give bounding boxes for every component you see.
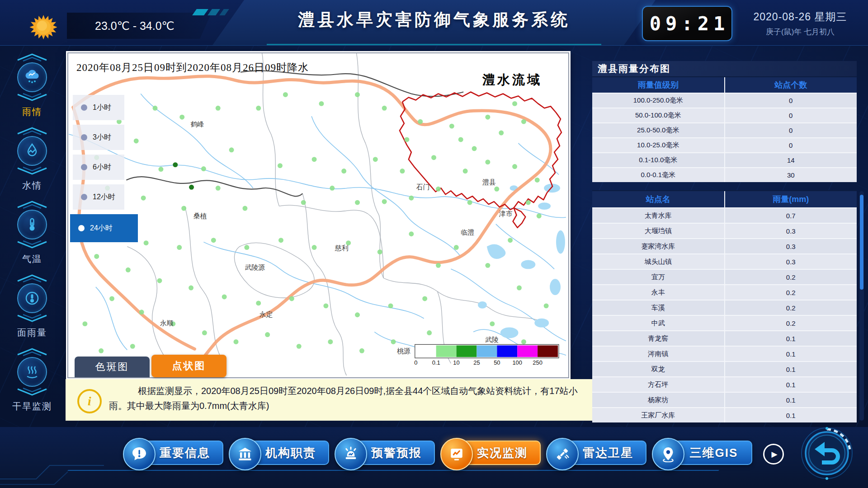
nav-label: 预警预报 — [371, 445, 422, 461]
table-cell: 太青水库 — [592, 207, 725, 223]
lunar-date-text: 庚子(鼠)年 七月初八 — [741, 27, 859, 37]
time-filter-12h[interactable]: 12小时 — [73, 184, 124, 210]
bottom-nav: 重要信息机构职责预警预报实况监测雷达卫星三维GIS — [0, 427, 868, 488]
svg-text:石门: 石门 — [416, 183, 430, 191]
table-cell: 25.0-50.0毫米 — [592, 122, 725, 137]
nav-agency-duty[interactable]: 机构职责 — [233, 441, 329, 465]
bank-icon — [229, 438, 261, 470]
monitor-chart-icon — [440, 438, 473, 470]
panel-title: 澧县雨量分布图 — [592, 61, 857, 76]
table-cell: 50.0-100.0毫米 — [592, 108, 725, 122]
svg-text:10: 10 — [453, 359, 459, 366]
column-header: 雨量值级别 — [592, 77, 725, 93]
radio-dot-icon — [81, 104, 87, 111]
sidebar-item-label: 雨情 — [22, 106, 42, 118]
svg-text:250: 250 — [533, 359, 542, 366]
date-block: 2020-08-26 星期三 庚子(鼠)年 七月初八 — [741, 10, 859, 37]
nav-label: 机构职责 — [265, 445, 316, 461]
sidebar-item-water[interactable]: 水情 — [0, 124, 64, 193]
table-cell: 0.2 — [725, 284, 857, 300]
station-row: 永丰0.2 — [592, 284, 857, 300]
table-cell: 0.1 — [725, 376, 857, 392]
sidebar-item-temperature[interactable]: 气温 — [0, 198, 64, 267]
nav-important-info[interactable]: 重要信息 — [127, 441, 223, 465]
svg-text:永定: 永定 — [259, 311, 273, 318]
nav-radar-satellite[interactable]: 雷达卫星 — [551, 441, 646, 465]
rain-level-row: 25.0-50.0毫米0 — [592, 122, 857, 137]
svg-text:桑植: 桑植 — [193, 212, 207, 220]
table-cell: 青龙窖 — [592, 330, 725, 346]
station-row: 青龙窖0.1 — [592, 330, 857, 346]
table-cell: 0.1 — [725, 392, 857, 407]
sidebar-item-area-rainfall[interactable]: 面雨量 — [0, 272, 64, 341]
time-filter-6h[interactable]: 6小时 — [73, 155, 124, 180]
table-cell: 0.2 — [725, 300, 857, 315]
sidebar-item-drought[interactable]: 干旱监测 — [0, 345, 64, 414]
filter-label: 12小时 — [93, 192, 115, 202]
table-cell: 0.7 — [725, 207, 857, 223]
monitoring-notice: i 根据监测显示，2020年08月25日09时至2020年08月26日09时,据… — [66, 379, 592, 421]
table-cell: 0.1 — [725, 407, 857, 422]
nav-gis-3d[interactable]: 三维GIS — [656, 441, 752, 465]
header-decoration — [194, 9, 227, 15]
rain-level-row: 0.1-10.0毫米14 — [592, 152, 857, 167]
satellite-icon — [546, 438, 579, 470]
map-title: 2020年08月25日09时到2020年08月26日09时降水 — [76, 61, 309, 75]
drought-monitor-icon — [17, 357, 47, 387]
svg-text:25: 25 — [473, 359, 480, 366]
header: 澧县水旱灾害防御气象服务系统 23.0℃ - 34.0℃ 09:21 2020-… — [0, 0, 868, 46]
sidebar: 雨情水情气温面雨量干旱监测 — [0, 51, 64, 414]
column-header: 雨量(mm) — [725, 191, 857, 207]
nav-live-monitoring[interactable]: 实况监测 — [445, 441, 541, 465]
table-cell: 100.0-250.0毫米 — [592, 93, 725, 108]
station-row: 车溪0.2 — [592, 300, 857, 315]
alert-bubble-icon — [123, 438, 156, 470]
sidebar-item-rainfall[interactable]: 雨情 — [0, 51, 64, 120]
table-cell: 10.0-25.0毫米 — [592, 137, 725, 152]
sidebar-item-label: 水情 — [22, 179, 42, 192]
play-button[interactable]: ▶ — [763, 444, 784, 465]
radio-dot-icon — [81, 194, 87, 200]
nav-warning-forecast[interactable]: 预警预报 — [339, 441, 435, 465]
view-button-dots[interactable]: 点状图 — [151, 355, 226, 377]
filter-label: 1小时 — [93, 103, 111, 113]
table-cell: 城头山镇 — [592, 253, 725, 269]
station-rain-table: 站点名雨量(mm)太青水库0.7大堰垱镇0.3蹇家湾水库0.3城头山镇0.3宜万… — [592, 190, 857, 422]
table-cell: 蹇家湾水库 — [592, 238, 725, 253]
station-row: 杨家坊0.1 — [592, 392, 857, 407]
station-row: 蹇家湾水库0.3 — [592, 238, 857, 253]
temperature-range: 23.0℃ - 34.0℃ — [95, 19, 175, 33]
radio-dot-icon — [81, 134, 87, 141]
svg-text:澧县: 澧县 — [482, 178, 496, 186]
svg-text:武陵: 武陵 — [485, 336, 499, 343]
station-row: 方石坪0.1 — [592, 376, 857, 392]
view-button-contour[interactable]: 色斑图 — [75, 357, 150, 377]
station-row: 宜万0.2 — [592, 269, 857, 284]
time-filter-3h[interactable]: 3小时 — [73, 125, 124, 150]
svg-text:50: 50 — [494, 359, 500, 366]
water-drop-icon — [17, 136, 47, 166]
rain-level-row: 100.0-250.0毫米0 — [592, 93, 857, 108]
scrollbar-thumb[interactable] — [860, 195, 863, 290]
time-filter-24h[interactable]: 24小时 — [70, 214, 138, 242]
svg-text:武陵源: 武陵源 — [245, 264, 265, 271]
map-background — [69, 53, 566, 375]
filter-label: 3小时 — [93, 133, 111, 142]
table-cell: 0.1-10.0毫米 — [592, 152, 725, 167]
svg-text:0: 0 — [414, 359, 417, 366]
table-cell: 0.2 — [725, 269, 857, 284]
filter-label: 6小时 — [93, 163, 111, 172]
siren-icon — [335, 438, 367, 470]
time-filter-1h[interactable]: 1小时 — [73, 95, 124, 120]
table-cell: 涔南镇 — [592, 346, 725, 361]
return-button[interactable] — [799, 426, 854, 481]
station-row: 城头山镇0.3 — [592, 253, 857, 269]
rain-level-row: 0.0-0.1毫米30 — [592, 167, 857, 182]
svg-text:津市: 津市 — [499, 210, 513, 217]
table-cell: 方石坪 — [592, 376, 725, 392]
table-cell: 30 — [725, 167, 857, 182]
radio-dot-icon — [78, 225, 85, 231]
svg-text:永顺: 永顺 — [160, 319, 174, 327]
date-text: 2020-08-26 星期三 — [741, 10, 859, 24]
rain-level-table: 雨量值级别站点个数100.0-250.0毫米050.0-100.0毫米025.0… — [592, 76, 857, 182]
